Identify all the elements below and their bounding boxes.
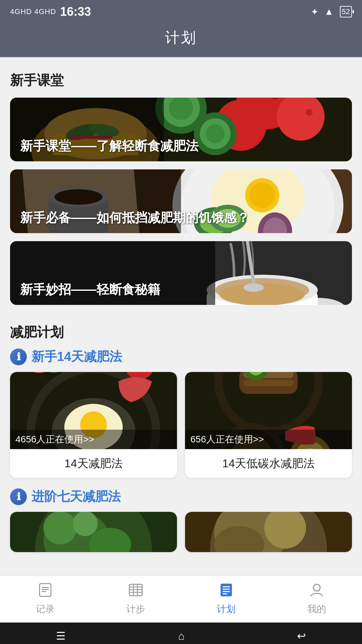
nav-item-plan[interactable]: 计划 xyxy=(181,580,272,615)
svg-rect-97 xyxy=(42,589,49,590)
nav-item-record[interactable]: 记录 xyxy=(0,580,90,615)
wifi-icon: ▲ xyxy=(324,6,334,17)
bluetooth-icon: ✦ xyxy=(311,6,318,17)
battery-icon: 52 xyxy=(340,6,352,17)
subsection-header-1: ℹ 新手14天减肥法 xyxy=(10,348,352,365)
nav-label-record: 记录 xyxy=(36,603,55,615)
users-badge-2: 656人正在使用>> xyxy=(185,430,352,449)
banner-text-1: 新手课堂——了解轻断食减肥法 xyxy=(10,131,208,161)
banner-text-2: 新手必备——如何抵挡减肥期的饥饿感？ xyxy=(10,203,259,233)
plan-card-image-2: 656人正在使用>> xyxy=(185,372,352,449)
svg-rect-109 xyxy=(223,593,227,594)
beginner-section: 新手课堂 xyxy=(10,71,352,305)
status-bar: 4GHD 4GHD 16:33 ✦ ▲ 52 xyxy=(0,0,362,23)
status-right: ✦ ▲ 52 xyxy=(311,6,352,17)
nav-label-steps: 计步 xyxy=(126,603,145,615)
svg-point-88 xyxy=(73,512,98,536)
nav-icon-mine xyxy=(307,580,327,600)
plan-card-3[interactable] xyxy=(10,512,177,552)
record-icon xyxy=(37,582,54,598)
plan-food-4 xyxy=(185,512,352,552)
banner-card-1[interactable]: 新手课堂——了解轻断食减肥法 xyxy=(10,98,352,161)
svg-point-45 xyxy=(243,283,264,292)
plan-card-1[interactable]: 4656人正在使用>> 14天减肥法 xyxy=(10,372,177,478)
steps-icon xyxy=(127,582,144,598)
plan-food-3 xyxy=(10,512,177,552)
section-gap-1 xyxy=(10,313,352,323)
status-left: 4GHD 4GHD 16:33 xyxy=(10,5,91,19)
plan-card-4[interactable] xyxy=(185,512,352,552)
svg-rect-107 xyxy=(223,589,230,590)
subsection-label-1: 新手14天减肥法 xyxy=(32,348,122,365)
nav-icon-plan xyxy=(216,580,236,600)
nav-icon-record xyxy=(35,580,55,600)
plan-grid-2 xyxy=(10,512,352,552)
time-label: 16:33 xyxy=(60,5,91,19)
home-button[interactable]: ⌂ xyxy=(178,630,184,642)
svg-rect-106 xyxy=(223,586,230,587)
plan-card-2[interactable]: 656人正在使用>> 14天低碳水减肥法 xyxy=(185,372,352,478)
svg-rect-98 xyxy=(42,591,46,592)
nav-label-plan: 计划 xyxy=(217,603,236,615)
svg-rect-66 xyxy=(243,380,293,386)
plan-section-title: 减肥计划 xyxy=(10,323,352,341)
plan-section: 减肥计划 ℹ 新手14天减肥法 xyxy=(10,323,352,552)
mine-icon xyxy=(308,582,325,598)
svg-rect-105 xyxy=(221,584,232,596)
svg-point-110 xyxy=(313,584,320,591)
plan-card-image-3 xyxy=(10,512,177,552)
plan-card-label-2: 14天低碳水减肥法 xyxy=(185,449,352,478)
main-content: 新手课堂 xyxy=(0,58,362,576)
banner-text-3: 新手妙招——轻断食秘籍 xyxy=(10,274,170,305)
nav-icon-steps xyxy=(126,580,146,600)
bottom-nav: 记录 计步 计划 xyxy=(0,576,362,623)
subsection-header-2: ℹ 进阶七天减肥法 xyxy=(10,488,352,505)
svg-point-87 xyxy=(44,512,77,544)
nav-label-mine: 我的 xyxy=(307,603,326,615)
subsection-icon-2: ℹ xyxy=(10,488,27,505)
plan-card-image-1: 4656人正在使用>> xyxy=(10,372,177,449)
page-header: 计划 xyxy=(0,23,362,57)
banner-card-3[interactable]: 新手妙招——轻断食秘籍 xyxy=(10,241,352,305)
plan-card-label-1: 14天减肥法 xyxy=(10,449,177,478)
nav-item-steps[interactable]: 计步 xyxy=(90,580,181,615)
back-button[interactable]: ↩ xyxy=(297,630,306,642)
users-badge-1: 4656人正在使用>> xyxy=(10,430,177,449)
subsection-icon-1: ℹ xyxy=(10,348,27,365)
banner-card-2[interactable]: 新手必备——如何抵挡减肥期的饥饿感？ xyxy=(10,169,352,233)
svg-point-19 xyxy=(206,124,225,143)
svg-rect-108 xyxy=(223,591,230,592)
beginner-section-title: 新手课堂 xyxy=(10,71,352,90)
page-title: 计划 xyxy=(165,28,197,48)
plan-grid-1: 4656人正在使用>> 14天减肥法 xyxy=(10,372,352,478)
subsection-label-2: 进阶七天减肥法 xyxy=(32,488,121,505)
svg-rect-96 xyxy=(42,587,49,588)
svg-point-10 xyxy=(306,109,312,116)
plan-icon xyxy=(218,582,235,598)
plan-card-image-4 xyxy=(185,512,352,552)
network-label: 4GHD 4GHD xyxy=(10,7,56,16)
nav-item-mine[interactable]: 我的 xyxy=(272,580,362,615)
system-nav-bar: ☰ ⌂ ↩ xyxy=(0,623,362,644)
menu-button[interactable]: ☰ xyxy=(56,630,66,642)
